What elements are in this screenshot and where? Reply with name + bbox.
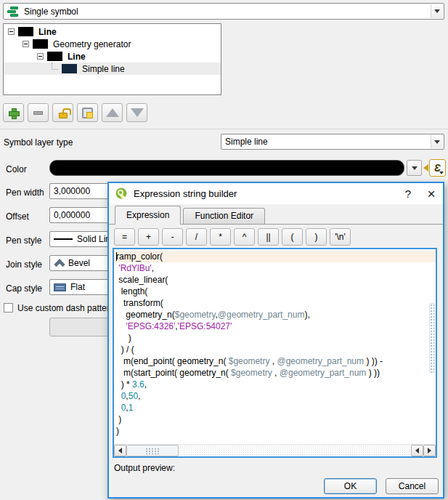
custom-dash-checkbox[interactable] xyxy=(4,303,13,312)
help-button[interactable]: ? xyxy=(396,183,420,204)
operator-button[interactable]: * xyxy=(210,228,231,246)
tree-indent xyxy=(4,44,23,44)
arrow-left-icon xyxy=(118,448,122,453)
tree-item-simple-line[interactable]: Simple line xyxy=(4,62,221,75)
code-line: ) xyxy=(116,425,428,437)
code-line: ) xyxy=(116,332,428,344)
operator-button[interactable]: + xyxy=(138,228,159,246)
close-icon[interactable]: × xyxy=(420,183,443,204)
vertical-scrollbar-thumb[interactable] xyxy=(429,303,435,373)
plus-icon xyxy=(9,108,18,118)
chevron-down-icon xyxy=(412,166,418,170)
solid-line-icon xyxy=(54,238,73,240)
code-line: ) xyxy=(116,414,428,425)
renderer-dropdown-button[interactable] xyxy=(431,4,443,18)
divider xyxy=(0,129,448,129)
minus-icon xyxy=(33,111,43,115)
symbol-layers-tree[interactable]: LineGeometry generatorLineSimple line xyxy=(3,23,221,95)
ok-button[interactable]: OK xyxy=(324,478,377,494)
move-layer-down-button[interactable] xyxy=(126,103,147,122)
symbol-preview-swatch xyxy=(47,52,62,61)
symbol-layer-type-combobox[interactable]: Simple line xyxy=(221,134,444,150)
code-line: 'EPSG:4326','EPSG:54027' xyxy=(116,320,428,332)
renderer-value: Single symbol xyxy=(24,7,78,17)
operator-button[interactable]: '\n' xyxy=(330,228,351,246)
code-line: length( xyxy=(116,286,428,297)
data-defined-override-button[interactable]: Ɛ xyxy=(429,159,446,177)
flat-cap-icon xyxy=(54,283,66,291)
operator-button[interactable]: = xyxy=(114,228,135,246)
renderer-combobox[interactable]: Single symbol xyxy=(3,3,444,20)
operator-button[interactable]: / xyxy=(186,228,207,246)
tree-item-geometry-generator[interactable]: Geometry generator xyxy=(4,38,221,50)
code-line: transform( xyxy=(116,297,428,309)
open-lock-icon xyxy=(59,113,68,118)
chevron-down-icon xyxy=(434,9,440,13)
code-line: scale_linear( xyxy=(116,274,428,286)
cancel-button[interactable]: Cancel xyxy=(386,478,439,494)
join-style-value: Bevel xyxy=(68,258,90,268)
lock-color-button[interactable] xyxy=(52,103,73,122)
horizontal-scrollbar-thumb[interactable] xyxy=(126,445,179,456)
tree-branch-icon xyxy=(52,62,58,70)
tree-collapse-icon[interactable] xyxy=(23,41,29,47)
tree-collapse-icon[interactable] xyxy=(8,28,15,35)
bevel-join-icon xyxy=(54,259,65,270)
arrow-right-icon xyxy=(428,448,431,453)
code-line: ) * 3.6, xyxy=(116,379,428,390)
tree-item-label: Line xyxy=(38,27,57,37)
operator-button[interactable]: ^ xyxy=(234,228,255,246)
code-line: 0,50, xyxy=(116,390,428,402)
symbol-preview-swatch xyxy=(18,27,33,36)
duplicate-symbol-layer-button[interactable] xyxy=(77,103,98,122)
duplicate-icon xyxy=(82,108,93,118)
tree-collapse-icon[interactable] xyxy=(37,53,44,60)
remove-symbol-layer-button[interactable] xyxy=(28,103,49,122)
expression-string-builder-dialog: Expression string builder ? × Expression… xyxy=(107,182,444,499)
scroll-left-button-2[interactable] xyxy=(411,445,423,456)
symbol-layer-type-dropdown-button[interactable] xyxy=(431,135,443,148)
tree-item-label: Simple line xyxy=(82,64,125,74)
symbol-preview-swatch xyxy=(62,64,77,73)
cap-style-value: Flat xyxy=(70,282,85,292)
chevron-down-icon xyxy=(434,140,440,144)
expression-code[interactable]: ramp_color( 'RdYlBu', scale_linear( leng… xyxy=(114,249,428,444)
epsilon-icon: Ɛ xyxy=(434,162,441,174)
code-line: ) / ( xyxy=(116,344,428,355)
down-triangle-icon xyxy=(131,108,144,117)
operator-button[interactable]: ) xyxy=(306,228,327,246)
cap-style-label: Cap style xyxy=(6,283,42,294)
code-line: geometry_n($geometry,@geometry_part_num)… xyxy=(116,309,428,320)
dialog-titlebar[interactable]: Expression string builder ? × xyxy=(109,183,443,204)
color-swatch-button[interactable] xyxy=(49,160,404,176)
move-layer-up-button[interactable] xyxy=(102,103,123,122)
operator-buttons: =+-/*^||()'\n' xyxy=(114,228,351,246)
tree-indent xyxy=(4,68,52,69)
add-symbol-layer-button[interactable] xyxy=(3,103,24,122)
symbol-layer-type-label: Symbol layer type xyxy=(4,137,73,148)
pen-style-label: Pen style xyxy=(6,235,41,246)
operator-button[interactable]: ( xyxy=(282,228,303,246)
color-dropdown-button[interactable] xyxy=(407,160,422,176)
symbol-preview-swatch xyxy=(33,39,48,49)
single-symbol-icon xyxy=(7,7,19,17)
code-line: ramp_color( xyxy=(116,251,428,262)
tab-expression[interactable]: Expression xyxy=(115,206,181,225)
custom-dash-label: Use custom dash pattern xyxy=(17,303,114,313)
up-triangle-icon xyxy=(106,108,119,117)
scroll-left-button[interactable] xyxy=(114,445,126,456)
operator-button[interactable]: || xyxy=(258,228,279,246)
override-marker-icon xyxy=(423,164,428,172)
tree-item-line[interactable]: Line xyxy=(4,25,221,38)
symbol-layer-toolbar xyxy=(3,103,147,122)
scroll-right-button[interactable] xyxy=(423,445,436,456)
expression-editor[interactable]: ramp_color( 'RdYlBu', scale_linear( leng… xyxy=(113,248,437,458)
dialog-title: Expression string builder xyxy=(134,188,237,199)
operator-button[interactable]: - xyxy=(162,228,183,246)
qgis-logo-icon xyxy=(115,188,128,200)
horizontal-scrollbar[interactable] xyxy=(114,444,436,456)
code-line: m(end_point( geometry_n( $geometry , @ge… xyxy=(116,355,428,367)
code-line: 'RdYlBu', xyxy=(116,262,428,274)
tree-item-line[interactable]: Line xyxy=(4,50,221,62)
tab-function-editor[interactable]: Function Editor xyxy=(183,208,265,224)
